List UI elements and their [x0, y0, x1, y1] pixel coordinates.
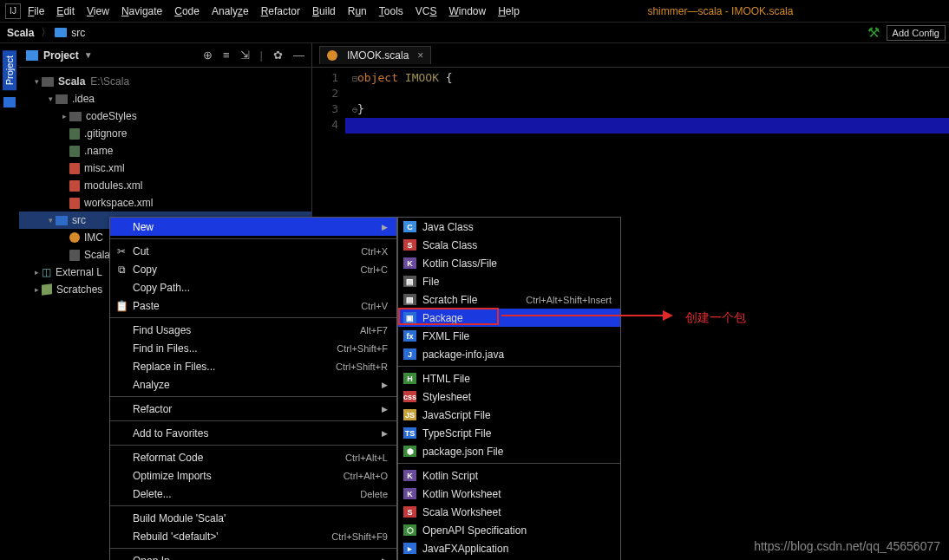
ctx-delete[interactable]: Delete...Delete [110, 485, 396, 503]
code-area[interactable]: 1234 ⊟object IMOOK { ⊖} [312, 68, 949, 133]
ctx-build-module[interactable]: Build Module 'Scala' [110, 509, 396, 527]
tree-idea[interactable]: ▾ .idea [19, 90, 311, 107]
sub-ktws[interactable]: KKotlin Worksheet [398, 485, 620, 503]
idea-label: .idea [72, 93, 95, 105]
module-icon [42, 77, 54, 87]
code-body[interactable]: ⊟object IMOOK { ⊖} [345, 68, 949, 133]
project-dropdown-icon[interactable]: ▼ [84, 50, 93, 60]
menu-help[interactable]: Help [498, 5, 520, 17]
expand-icon[interactable]: ≡ [223, 49, 230, 62]
close-icon[interactable]: × [417, 49, 423, 62]
sub-fxml[interactable]: fxFXML File [398, 327, 620, 345]
divider [398, 366, 620, 367]
menu-analyze[interactable]: Analyze [212, 5, 249, 17]
crumb-root[interactable]: Scala [7, 27, 34, 39]
tree-gitignore[interactable]: .gitignore [19, 125, 311, 142]
chevron-right-icon[interactable]: ▸ [59, 112, 69, 120]
tree-workspace[interactable]: workspace.xml [19, 194, 311, 212]
ctx-cut[interactable]: ✂CutCtrl+X [110, 242, 396, 260]
sub-js[interactable]: JSJavaScript File [398, 406, 620, 424]
folder-icon [69, 112, 82, 121]
ctx-openin[interactable]: Open In▶ [110, 551, 396, 560]
tree-modules[interactable]: modules.xml [19, 177, 311, 194]
sub-scala-class[interactable]: SScala Class [398, 236, 620, 254]
menu-run[interactable]: Run [348, 5, 367, 17]
project-title[interactable]: Project [43, 49, 79, 62]
line-numbers: 1234 [312, 68, 345, 133]
menu-refactor[interactable]: Refactor [261, 5, 300, 17]
sub-pkginfo[interactable]: Jpackage-info.java [398, 345, 620, 363]
gear-icon[interactable]: ✿ [273, 49, 283, 62]
locate-icon[interactable]: ⊕ [203, 49, 213, 62]
workspace-label: workspace.xml [84, 197, 153, 209]
chevron-down-icon[interactable]: ▾ [31, 77, 42, 86]
menu-file[interactable]: File [28, 5, 44, 17]
sub-stylesheet[interactable]: cssStylesheet [398, 387, 620, 406]
package-icon: ▣ [403, 312, 416, 323]
ctx-replaceinfiles[interactable]: Replace in Files...Ctrl+Shift+R [110, 357, 396, 375]
ctx-new-label: New [133, 221, 154, 233]
build-hammer-icon[interactable]: ⚒ [867, 24, 880, 41]
sub-ts[interactable]: TSTypeScript File [398, 424, 620, 442]
sub-jfx[interactable]: ▸JavaFXApplication [398, 539, 620, 557]
menu-window[interactable]: Window [448, 5, 486, 17]
editor-tabs: IMOOK.scala × [312, 43, 949, 68]
ctx-new[interactable]: New ▶ [110, 218, 396, 236]
divider [110, 396, 396, 397]
menu-tools[interactable]: Tools [379, 5, 403, 17]
chevron-down-icon[interactable]: ▾ [45, 216, 56, 225]
structure-icon[interactable] [3, 97, 16, 107]
ktws-icon: K [403, 488, 416, 499]
crumb-src[interactable]: src [71, 27, 85, 39]
divider [110, 445, 396, 446]
ctx-paste[interactable]: 📋PasteCtrl+V [110, 296, 396, 315]
tree-root[interactable]: ▾ Scala E:\Scala [19, 73, 311, 90]
sub-java-class[interactable]: CJava Class [398, 218, 620, 236]
tree-codestyles[interactable]: ▸ codeStyles [19, 107, 311, 125]
chevron-right-icon[interactable]: ▸ [31, 285, 42, 294]
sub-html[interactable]: HHTML File [398, 369, 620, 387]
sub-package[interactable]: ▣Package [398, 309, 620, 327]
sub-kotlin-class[interactable]: KKotlin Class/File [398, 254, 620, 272]
scala-file-icon [69, 232, 80, 243]
tab-imook[interactable]: IMOOK.scala × [319, 46, 431, 64]
ctx-rebuild[interactable]: Rebuild '<default>'Ctrl+Shift+F9 [110, 527, 396, 545]
openapi-icon: ⬡ [403, 524, 416, 536]
menu-vcs[interactable]: VCS [416, 5, 437, 17]
ctx-refactor[interactable]: Refactor▶ [110, 400, 396, 418]
sub-kts[interactable]: KKotlin Script [398, 466, 620, 485]
hide-icon[interactable]: — [293, 49, 304, 62]
add-config-button[interactable]: Add Config [887, 25, 946, 41]
chevron-right-icon: ▶ [382, 223, 388, 231]
ctx-findinfiles[interactable]: Find in Files...Ctrl+Shift+F [110, 339, 396, 357]
ctx-findusages[interactable]: Find UsagesAlt+F7 [110, 321, 396, 339]
scala-class-icon: S [403, 239, 416, 251]
chevron-right-icon[interactable]: ▸ [31, 268, 42, 277]
sub-file[interactable]: ▤File [398, 272, 620, 290]
context-menu: New ▶ ✂CutCtrl+X ⧉CopyCtrl+C Copy Path..… [109, 217, 397, 560]
menu-build[interactable]: Build [312, 5, 336, 17]
sidebar-project-tab[interactable]: Project [3, 50, 16, 90]
chevron-down-icon[interactable]: ▾ [45, 94, 56, 103]
ctx-optimize[interactable]: Optimize ImportsCtrl+Alt+O [110, 466, 396, 485]
menu-navigate[interactable]: Navigate [121, 5, 162, 17]
ctx-copy[interactable]: ⧉CopyCtrl+C [110, 260, 396, 278]
menu-edit[interactable]: Edit [56, 5, 75, 17]
sub-pkgjson[interactable]: ⬢package.json File [398, 442, 620, 460]
collapse-icon[interactable]: ⇲ [240, 49, 250, 62]
ctx-analyze[interactable]: Analyze▶ [110, 375, 396, 394]
menu-code[interactable]: Code [174, 5, 200, 17]
sub-scws[interactable]: SScala Worksheet [398, 503, 620, 521]
ctx-favorites[interactable]: Add to Favorites▶ [110, 424, 396, 442]
menu-view[interactable]: View [87, 5, 109, 17]
left-gutter: Project [0, 43, 19, 560]
sub-openapi[interactable]: ⬡OpenAPI Specification [398, 521, 620, 539]
fxml-icon: fx [403, 330, 416, 342]
java-class-icon: C [403, 221, 416, 232]
ctx-copypath[interactable]: Copy Path... [110, 278, 396, 296]
tree-misc[interactable]: misc.xml [19, 160, 311, 177]
sub-scratch[interactable]: ▤Scratch FileCtrl+Alt+Shift+Insert [398, 290, 620, 309]
ctx-reformat[interactable]: Reformat CodeCtrl+Alt+L [110, 448, 396, 466]
tree-name[interactable]: .name [19, 142, 311, 160]
chevron-right-icon: ▶ [382, 429, 388, 438]
